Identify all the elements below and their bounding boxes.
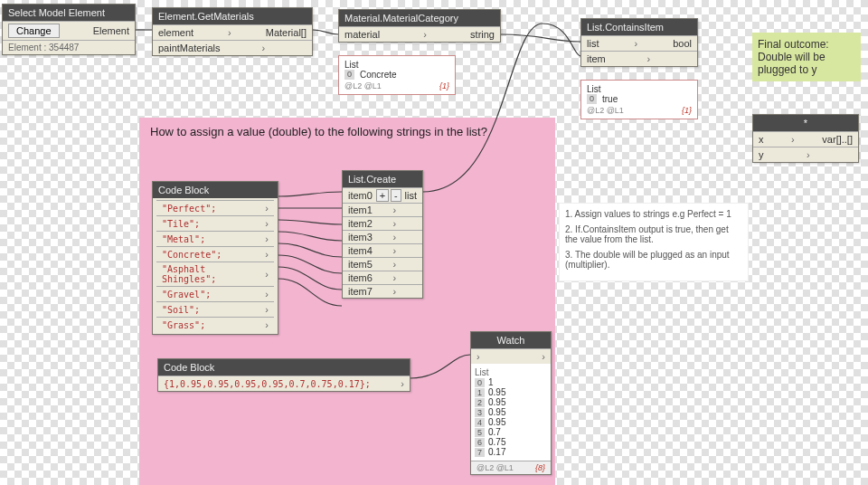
- in-port-item4[interactable]: item4›: [343, 243, 422, 257]
- out-port-string: string: [470, 29, 495, 40]
- chevron-right-icon: ›: [393, 204, 397, 215]
- code-line[interactable]: "Metal";›: [156, 231, 274, 246]
- node-title: Watch: [471, 332, 551, 348]
- step-1: 1. Assign values to strings e.g Perfect …: [565, 209, 742, 219]
- in-port-item3[interactable]: item3›: [343, 230, 422, 243]
- preview-label: List: [587, 84, 692, 94]
- node-title: Code Block: [158, 359, 410, 376]
- step-3: 3. The double will be plugged as an inpu…: [565, 250, 742, 270]
- node-footer: Element : 354487: [3, 40, 135, 54]
- chevron-right-icon: ›: [401, 378, 404, 389]
- chevron-right-icon: ›: [265, 203, 269, 214]
- watch-row: 70.17: [475, 447, 547, 457]
- in-port-material: material: [344, 29, 380, 40]
- code-line[interactable]: "Gravel";›: [156, 286, 274, 301]
- node-title: Code Block: [153, 182, 278, 198]
- watch-row: 30.95: [475, 407, 547, 417]
- change-button[interactable]: Change: [8, 24, 60, 38]
- green-note-text: Final outcome: Double will be plugged to…: [758, 38, 829, 76]
- chevron-right-icon: ›: [261, 43, 265, 53]
- code-line[interactable]: "Soil";›: [156, 301, 274, 317]
- chevron-right-icon: ›: [393, 245, 397, 256]
- preview-value: Concrete: [360, 70, 397, 80]
- code-line[interactable]: {1,0.95,0.95,0.95,0.95,0.7,0.75,0.17};: [164, 379, 371, 389]
- node-code-block-doubles[interactable]: Code Block {1,0.95,0.95,0.95,0.95,0.7,0.…: [157, 358, 410, 392]
- chevron-right-icon: ›: [807, 149, 810, 160]
- chevron-right-icon: ›: [393, 259, 397, 270]
- preview-foot-r: {1}: [439, 81, 449, 90]
- watch-list: List 0110.9520.9530.9540.9550.760.7570.1…: [471, 364, 551, 461]
- chevron-right-icon: ›: [265, 218, 269, 229]
- watch-row: 20.95: [475, 397, 547, 407]
- in-port-item5[interactable]: item5›: [343, 257, 422, 271]
- code-line[interactable]: "Perfect";›: [156, 200, 274, 215]
- node-list-containsitem[interactable]: List.ContainsItem list › bool item ›: [580, 18, 698, 67]
- preview-material-category: List 0 Concrete @L2 @L1 {1}: [338, 55, 456, 95]
- preview-index: 0: [587, 94, 597, 104]
- preview-foot-l: @L2 @L1: [587, 106, 624, 115]
- watch-list-label: List: [475, 367, 547, 377]
- chevron-right-icon: ›: [265, 319, 269, 330]
- in-port-item0: item0: [348, 190, 373, 201]
- code-line[interactable]: "Tile";›: [156, 215, 274, 231]
- watch-row: 01: [475, 377, 547, 387]
- preview-index: 0: [344, 70, 354, 80]
- node-get-materials[interactable]: Element.GetMaterials element › Material[…: [152, 7, 313, 56]
- chevron-right-icon: ›: [265, 289, 269, 300]
- out-port-list: list: [405, 190, 417, 201]
- chevron-right-icon: ›: [265, 249, 269, 260]
- watch-row: 60.75: [475, 437, 547, 447]
- code-line[interactable]: "Asphalt Shingles";›: [156, 262, 274, 286]
- green-note: Final outcome: Double will be plugged to…: [752, 33, 861, 81]
- node-material-category[interactable]: Material.MaterialCategory material › str…: [338, 9, 501, 43]
- remove-item-button[interactable]: -: [391, 189, 401, 202]
- in-port-paintmaterials: paintMaterials: [158, 43, 220, 53]
- watch-footer-r: {8}: [535, 463, 545, 472]
- chevron-right-icon: ›: [476, 351, 480, 362]
- preview-containsitem: List 0 true @L2 @L1 {1}: [580, 80, 698, 119]
- add-item-button[interactable]: +: [376, 189, 389, 202]
- in-port-x: x: [759, 134, 764, 145]
- chevron-right-icon: ›: [228, 27, 231, 38]
- watch-row: 50.7: [475, 427, 547, 437]
- code-line[interactable]: "Grass";›: [156, 317, 274, 332]
- preview-foot-r: {1}: [682, 106, 692, 115]
- node-title: Select Model Element: [3, 5, 135, 21]
- node-list-create[interactable]: List.Create item0 + - list item1›item2›i…: [342, 170, 423, 299]
- out-port-material: Material[]: [266, 27, 307, 38]
- in-port-element: element: [158, 27, 193, 38]
- chevron-right-icon: ›: [265, 233, 269, 244]
- node-watch[interactable]: Watch ›› List 0110.9520.9530.9540.9550.7…: [470, 331, 552, 475]
- in-port-item2[interactable]: item2›: [343, 216, 422, 230]
- chevron-right-icon: ›: [647, 53, 651, 64]
- chevron-right-icon: ›: [393, 232, 397, 242]
- preview-value: true: [602, 94, 618, 104]
- chevron-right-icon: ›: [791, 134, 795, 145]
- in-port-y: y: [759, 149, 764, 160]
- chevron-right-icon: ›: [393, 272, 397, 283]
- preview-label: List: [344, 60, 449, 70]
- node-title: *: [753, 115, 858, 131]
- code-line[interactable]: "Concrete";›: [156, 246, 274, 262]
- watch-footer-l: @L2 @L1: [476, 463, 514, 472]
- chevron-right-icon: ›: [393, 286, 397, 297]
- in-port-item6[interactable]: item6›: [343, 271, 422, 284]
- node-multiply[interactable]: * x › var[]..[] y ›: [752, 114, 859, 163]
- node-select-model-element[interactable]: Select Model Element Change Element Elem…: [2, 4, 136, 55]
- out-port-element: Element: [93, 25, 129, 36]
- in-port-item7[interactable]: item7›: [343, 284, 422, 298]
- chevron-right-icon: ›: [393, 218, 397, 229]
- node-title: List.ContainsItem: [581, 19, 697, 35]
- preview-foot-l: @L2 @L1: [344, 81, 382, 90]
- out-port-bool: bool: [673, 38, 692, 49]
- watch-row: 40.95: [475, 417, 547, 427]
- pink-question-text: How to assign a value (double) to the fo…: [150, 125, 548, 138]
- node-code-block-strings[interactable]: Code Block "Perfect";›"Tile";›"Metal";›"…: [152, 181, 278, 335]
- in-port-item1[interactable]: item1›: [343, 203, 422, 216]
- chevron-right-icon: ›: [265, 269, 269, 280]
- chevron-right-icon: ›: [542, 351, 545, 362]
- node-title: Material.MaterialCategory: [339, 10, 500, 26]
- out-port-var: var[]..[]: [822, 134, 853, 145]
- node-title: Element.GetMaterials: [153, 8, 312, 24]
- chevron-right-icon: ›: [634, 38, 637, 49]
